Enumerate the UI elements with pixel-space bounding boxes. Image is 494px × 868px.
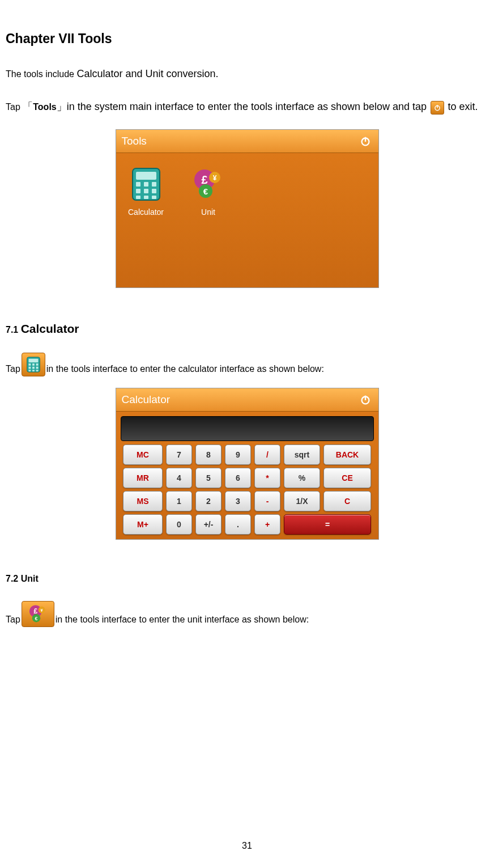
tile-label: Unit — [201, 208, 215, 217]
svg-rect-14 — [152, 196, 156, 199]
chapter-title: Chapter VII Tools — [6, 31, 488, 46]
key-minus[interactable]: - — [254, 491, 280, 511]
svg-rect-22 — [28, 358, 38, 362]
key-ce[interactable]: CE — [323, 468, 371, 488]
key-equals[interactable]: = — [284, 514, 371, 535]
key-6[interactable]: 6 — [225, 468, 251, 488]
key-divide[interactable]: / — [254, 444, 280, 465]
section-number: 7.1 — [6, 325, 21, 335]
svg-text:¥: ¥ — [212, 174, 216, 182]
unit-icon: £ ¥ € — [22, 601, 54, 627]
svg-rect-31 — [36, 370, 38, 371]
calculator-icon — [126, 164, 166, 204]
key-4[interactable]: 4 — [166, 468, 192, 488]
power-icon — [431, 101, 444, 115]
text: in the tools interface to enter the calc… — [46, 362, 324, 376]
svg-text:¥: ¥ — [40, 607, 42, 612]
section-title: Calculator — [21, 322, 79, 335]
svg-rect-12 — [136, 196, 140, 199]
svg-rect-26 — [28, 366, 31, 369]
sec72-para: Tap £ ¥ € in the tools interface to ente… — [6, 601, 488, 627]
key-c[interactable]: C — [323, 491, 371, 511]
key-1[interactable]: 1 — [166, 491, 192, 511]
svg-rect-27 — [32, 366, 35, 369]
svg-text:£: £ — [201, 173, 207, 186]
svg-rect-29 — [28, 370, 31, 371]
tools-titlebar: Tools — [116, 130, 378, 153]
text: in the system main interface to enter th… — [67, 101, 429, 112]
svg-rect-11 — [152, 189, 156, 193]
svg-text:€: € — [35, 615, 37, 621]
tools-title: Tools — [122, 135, 147, 147]
calc-titlebar: Calculator — [116, 388, 378, 412]
text: Tap — [6, 362, 20, 376]
svg-rect-24 — [32, 363, 35, 366]
calculator-icon — [22, 353, 45, 376]
tools-tiles: Calculator £ ¥ € Unit — [116, 153, 378, 287]
svg-rect-13 — [144, 196, 148, 199]
key-5[interactable]: 5 — [195, 468, 222, 488]
key-ms[interactable]: MS — [123, 491, 163, 511]
calc-display — [121, 416, 374, 441]
text: 」 — [57, 101, 67, 112]
key-sign[interactable]: +/- — [195, 514, 222, 535]
key-7[interactable]: 7 — [166, 444, 192, 465]
svg-rect-23 — [28, 363, 31, 366]
calc-keypad: MC 7 8 9 / sqrt BACK MR 4 5 6 * % CE MS … — [116, 444, 378, 535]
intro-para-1: The tools include Calculator and Unit co… — [6, 63, 488, 85]
svg-rect-9 — [136, 189, 140, 193]
key-percent[interactable]: % — [284, 468, 320, 488]
svg-rect-10 — [144, 189, 148, 193]
section-7-1: 7.1 Calculator — [6, 322, 488, 336]
text: The tools include — [6, 69, 76, 79]
tile-unit[interactable]: £ ¥ € Unit — [189, 164, 228, 217]
key-mplus[interactable]: M+ — [123, 514, 163, 535]
key-9[interactable]: 9 — [225, 444, 251, 465]
key-2[interactable]: 2 — [195, 491, 222, 511]
tile-label: Calculator — [128, 208, 164, 217]
text: in the tools interface to enter the unit… — [56, 612, 309, 627]
intro-para-2: Tap 「Tools」in the system main interface … — [6, 96, 488, 118]
key-mc[interactable]: MC — [123, 444, 163, 465]
tools-screenshot: Tools Calculato — [116, 129, 379, 288]
key-plus[interactable]: + — [254, 514, 280, 535]
text: Tap — [6, 612, 20, 627]
svg-text:€: € — [203, 187, 208, 196]
calculator-screenshot: Calculator MC 7 8 9 / sqrt BACK MR 4 5 6… — [116, 388, 379, 540]
key-mr[interactable]: MR — [123, 468, 163, 488]
text: Tap — [6, 102, 23, 112]
svg-rect-7 — [144, 182, 148, 187]
power-button[interactable] — [358, 134, 373, 149]
svg-rect-5 — [136, 172, 156, 180]
unit-icon: £ ¥ € — [189, 164, 228, 204]
section-7-2: 7.2 Unit — [6, 574, 488, 584]
key-reciprocal[interactable]: 1/X — [284, 491, 320, 511]
key-back[interactable]: BACK — [323, 444, 371, 465]
power-button[interactable] — [358, 392, 373, 407]
text: 「 — [23, 101, 33, 112]
sec71-para: Tap in the tools interface to enter the … — [6, 353, 488, 376]
page: Chapter VII Tools The tools include Calc… — [0, 0, 494, 868]
key-multiply[interactable]: * — [254, 468, 280, 488]
calc-title: Calculator — [122, 393, 171, 406]
key-3[interactable]: 3 — [225, 491, 251, 511]
key-sqrt[interactable]: sqrt — [284, 444, 320, 465]
svg-rect-25 — [36, 363, 38, 366]
svg-rect-6 — [136, 182, 140, 187]
key-0[interactable]: 0 — [166, 514, 192, 535]
tools-menu-name: Tools — [33, 102, 56, 112]
text: Calculator and Unit conversion. — [76, 68, 218, 79]
svg-rect-8 — [152, 182, 156, 187]
tile-calculator[interactable]: Calculator — [126, 164, 166, 217]
page-number: 31 — [0, 841, 494, 851]
svg-rect-30 — [32, 370, 35, 371]
key-8[interactable]: 8 — [195, 444, 222, 465]
text: to exit. — [448, 101, 478, 112]
key-dot[interactable]: . — [225, 514, 251, 535]
svg-rect-28 — [36, 366, 38, 369]
